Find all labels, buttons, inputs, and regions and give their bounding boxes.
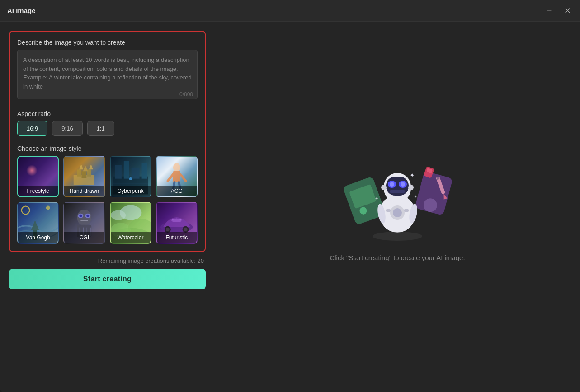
svg-marker-5 — [89, 164, 93, 170]
svg-rect-45 — [172, 219, 181, 222]
svg-point-63 — [408, 185, 414, 190]
svg-marker-23 — [31, 220, 39, 230]
style-card-cyberpunk[interactable]: Cyberpunk — [110, 156, 151, 197]
svg-rect-66 — [386, 209, 391, 212]
style-card-hand-drawn[interactable]: Hand-drawn — [63, 156, 105, 197]
aspect-label: Aspect ratio — [17, 110, 198, 117]
char-count: 0/800 — [179, 91, 193, 98]
svg-point-39 — [111, 210, 126, 220]
left-panel: Describe the image you want to create 0/… — [0, 22, 215, 392]
svg-point-78 — [373, 232, 422, 241]
aspect-buttons: 16:9 9:16 1:1 — [17, 121, 198, 136]
svg-point-56 — [390, 182, 394, 187]
svg-marker-6 — [83, 166, 88, 171]
minimize-button[interactable]: − — [544, 5, 555, 16]
style-card-cgi[interactable]: CGI — [63, 202, 105, 243]
svg-rect-58 — [390, 190, 405, 193]
svg-point-57 — [401, 182, 405, 187]
svg-rect-9 — [124, 161, 129, 179]
svg-point-65 — [393, 208, 402, 217]
close-button[interactable]: ✕ — [562, 5, 573, 16]
svg-rect-15 — [173, 171, 180, 182]
aspect-1-1[interactable]: 1:1 — [87, 121, 114, 136]
svg-point-62 — [381, 185, 387, 190]
window-title: AI Image — [7, 7, 36, 14]
aspect-9-16[interactable]: 9:16 — [52, 121, 82, 136]
robot-illustration: ✦ ✦ ✦ — [339, 153, 456, 243]
describe-section: Describe the image you want to create 0/… — [17, 39, 198, 101]
svg-text:✦: ✦ — [414, 195, 417, 199]
title-bar: AI Image − ✕ — [0, 0, 580, 22]
form-section: Describe the image you want to create 0/… — [9, 31, 206, 252]
style-card-acg[interactable]: ACG — [156, 156, 198, 197]
window-controls: − ✕ — [544, 5, 573, 16]
style-label-watercolor: Watercolor — [111, 232, 151, 243]
style-label-acg: ACG — [157, 186, 197, 196]
svg-point-20 — [22, 206, 30, 215]
aspect-section: Aspect ratio 16:9 9:16 1:1 — [17, 110, 198, 136]
describe-label: Describe the image you want to create — [17, 39, 198, 46]
svg-line-16 — [168, 174, 173, 181]
style-card-freestyle[interactable]: Freestyle — [17, 156, 59, 197]
svg-point-42 — [166, 228, 170, 231]
style-card-van-gogh[interactable]: Van Gogh — [17, 202, 59, 243]
textarea-wrapper: 0/800 — [17, 50, 198, 101]
svg-point-44 — [184, 228, 188, 231]
style-label-hand-drawn: Hand-drawn — [64, 186, 104, 196]
description-input[interactable] — [17, 50, 198, 99]
svg-line-17 — [180, 174, 186, 181]
svg-text:✦: ✦ — [410, 172, 415, 179]
svg-rect-8 — [115, 165, 122, 179]
left-bottom: Remaining image creations available: 20 … — [9, 252, 206, 289]
svg-rect-67 — [404, 209, 409, 212]
style-label: Choose an image style — [17, 145, 198, 152]
svg-rect-11 — [141, 163, 147, 179]
style-label-cyberpunk: Cyberpunk — [111, 186, 151, 196]
svg-rect-1 — [77, 169, 81, 176]
svg-marker-4 — [80, 164, 84, 170]
remaining-text: Remaining image creations available: 20 — [9, 257, 206, 264]
style-label-cgi: CGI — [64, 232, 104, 243]
main-content: Describe the image you want to create 0/… — [0, 22, 580, 392]
svg-point-27 — [79, 215, 82, 217]
style-card-watercolor[interactable]: Watercolor — [110, 202, 151, 243]
app-window: AI Image − ✕ Describe the image you want… — [0, 0, 580, 392]
style-card-futuristic[interactable]: Futuristic — [156, 202, 198, 243]
svg-point-14 — [173, 163, 180, 172]
style-label-van-gogh: Van Gogh — [18, 232, 58, 243]
style-section: Choose an image style Freestyle — [17, 145, 198, 244]
style-label-freestyle: Freestyle — [18, 186, 58, 196]
start-creating-button[interactable]: Start creating — [9, 269, 206, 289]
svg-point-21 — [46, 206, 50, 210]
style-label-futuristic: Futuristic — [157, 232, 197, 243]
svg-point-13 — [129, 177, 132, 180]
hint-text: Click "Start creating" to create your AI… — [330, 254, 465, 261]
style-grid: Freestyle — [17, 156, 198, 244]
svg-text:✦: ✦ — [375, 196, 378, 201]
svg-point-28 — [86, 215, 89, 217]
aspect-16-9[interactable]: 16:9 — [17, 121, 47, 136]
svg-rect-3 — [82, 171, 87, 178]
right-panel: ✦ ✦ ✦ — [215, 22, 580, 392]
svg-rect-10 — [132, 168, 140, 179]
